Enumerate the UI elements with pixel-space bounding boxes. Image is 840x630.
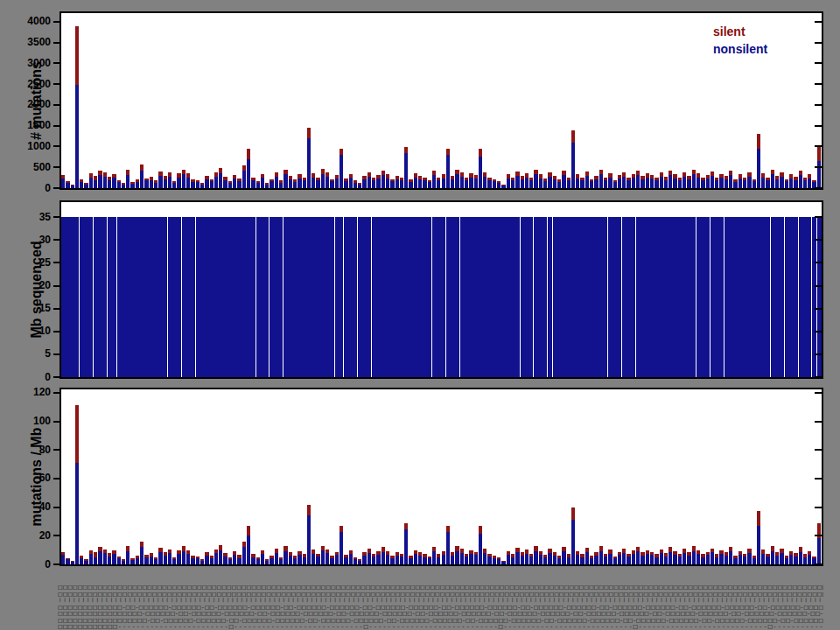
tick-mark-right [815, 42, 822, 44]
bar-silent [432, 171, 436, 175]
bar-silent [548, 549, 551, 553]
sample-label-glyph: □ [818, 604, 823, 611]
bar-nonsilent [632, 554, 635, 564]
bar-silent [543, 178, 547, 181]
bar-silent [75, 405, 79, 463]
bar-nonsilent [567, 557, 570, 564]
bar-nonsilent [428, 182, 431, 188]
bar-silent [521, 552, 524, 556]
bar-silent [71, 561, 74, 562]
bar-silent [223, 553, 227, 556]
tick-mark-right [815, 354, 822, 355]
bar-silent [279, 557, 283, 559]
bar-nonsilent [71, 186, 74, 188]
bar-silent [469, 173, 472, 177]
bar-silent [349, 550, 353, 554]
bar-nonsilent [164, 179, 167, 188]
tick-mark-right [815, 21, 822, 23]
bar-silent [626, 554, 630, 556]
bar-nonsilent [553, 556, 556, 564]
bar-nonsilent [687, 556, 690, 564]
bar-nonsilent [150, 180, 153, 189]
bar-nonsilent [344, 557, 347, 564]
bar-nonsilent [418, 556, 422, 564]
bar-silent [646, 173, 649, 177]
bar-silent [335, 552, 339, 556]
bar-nonsilent [640, 179, 644, 188]
tick-label: 2000 [0, 98, 51, 111]
bar-nonsilent [172, 183, 176, 188]
bar-nonsilent [780, 553, 783, 564]
bar-nonsilent [451, 179, 454, 188]
bar-nonsilent [664, 180, 668, 189]
panel-mutations: # mutations silent nonsilent 05001000150… [0, 11, 840, 190]
bar-silent [372, 554, 375, 556]
bar-silent [817, 147, 821, 162]
bar-nonsilent [817, 161, 821, 188]
bar-silent [312, 550, 315, 554]
bar-nonsilent [84, 561, 88, 564]
bar-silent [409, 556, 412, 558]
bar-silent [316, 178, 319, 180]
bar-nonsilent [122, 561, 125, 564]
bar-silent [761, 173, 765, 178]
bar-nonsilent [678, 180, 682, 188]
bar-nonsilent [154, 559, 158, 564]
bar-silent [474, 175, 478, 178]
bar-nonsilent [474, 178, 478, 188]
bar-nonsilent [154, 183, 158, 188]
bar-gap-hairline [116, 217, 117, 377]
bar-gap-hairline [334, 217, 335, 377]
tick-mark-left [53, 21, 60, 23]
bar-silent [418, 176, 422, 179]
bar-silent [668, 171, 672, 175]
bar-silent [687, 552, 690, 556]
bar-silent [515, 548, 519, 552]
bar-silent [687, 176, 690, 179]
bar-nonsilent [766, 180, 769, 188]
bar-silent [172, 181, 176, 183]
bar-silent [608, 550, 612, 554]
bar-silent [136, 556, 139, 558]
tick-label: 0 [0, 558, 51, 571]
bar-nonsilent [303, 180, 306, 188]
bar-nonsilent [289, 556, 292, 564]
bar-nonsilent [242, 547, 246, 564]
bar-gap-hairline [459, 217, 460, 377]
bar-gap-hairline [533, 217, 534, 377]
bar-silent [191, 179, 194, 182]
bar-silent [493, 556, 496, 558]
bar-nonsilent [256, 559, 260, 564]
bar-silent [340, 149, 343, 155]
bar-nonsilent [172, 559, 176, 564]
bar-silent [636, 547, 640, 551]
bar-silent [696, 173, 700, 177]
bar-silent [390, 556, 394, 558]
bar-silent [808, 551, 811, 555]
bar-silent [479, 526, 482, 534]
tick-label: 1000 [0, 140, 51, 153]
bar-silent [214, 172, 218, 177]
bar-nonsilent [646, 178, 649, 188]
bar-nonsilent [785, 181, 788, 188]
bar-nonsilent [344, 181, 347, 188]
bar-nonsilent [94, 557, 97, 564]
bar-silent [164, 176, 167, 179]
bar-nonsilent [265, 185, 269, 188]
bar-silent [112, 174, 116, 178]
bar-nonsilent [594, 556, 598, 564]
bar-silent [604, 554, 607, 556]
bar-silent [571, 130, 575, 143]
bar-nonsilent [122, 185, 125, 188]
tick-label: 20 [0, 279, 51, 292]
bar-nonsilent [571, 143, 575, 188]
tick-mark-left [53, 187, 60, 189]
bar-silent [599, 170, 603, 175]
bar-silent [298, 551, 301, 555]
bar-nonsilent [668, 552, 672, 564]
tick-mark-left [53, 421, 60, 423]
tick-mark-right [815, 216, 822, 218]
bar-nonsilent [298, 555, 301, 564]
tick-mark-left [53, 535, 60, 536]
sample-label-glyph: | [817, 597, 822, 604]
